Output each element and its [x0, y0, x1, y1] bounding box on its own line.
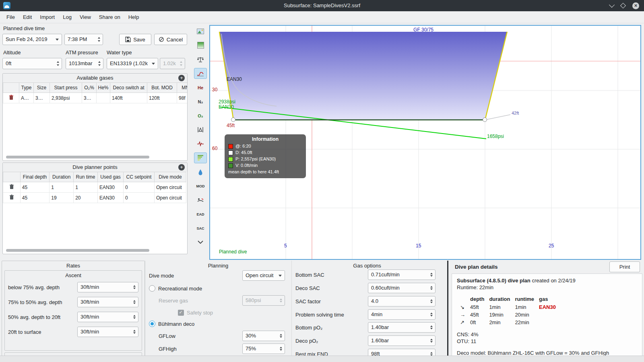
delete-point-button[interactable] — [3, 193, 21, 203]
best-mix-end-spinner[interactable]: 98ft — [368, 349, 436, 356]
dive-mode-combo[interactable]: Open circuit — [242, 270, 285, 281]
menu-log[interactable]: Log — [59, 12, 76, 22]
dive-date-combo[interactable]: Sun Feb 24, 2019 — [2, 34, 62, 45]
gases-col-type[interactable]: Type — [19, 83, 34, 93]
details-splitter-handle[interactable] — [447, 261, 448, 356]
profile-handle-right[interactable] — [483, 117, 487, 122]
tissues-graph-icon[interactable] — [194, 152, 207, 163]
point-duration-cell[interactable]: 19 — [50, 193, 74, 203]
menu-view[interactable]: View — [76, 12, 95, 22]
points-col-actions[interactable] — [3, 172, 21, 182]
points-col-final-depth[interactable]: Final depth — [20, 172, 50, 182]
gases-col-mnd[interactable]: MN — [177, 83, 188, 93]
gases-col-deco-switch[interactable]: Deco switch at — [110, 83, 147, 93]
menubar: File Edit Import Log View Share on Help — [0, 11, 644, 23]
dive-photos-icon[interactable] — [194, 26, 207, 37]
recreational-mode-radio[interactable] — [149, 285, 155, 292]
gases-col-actions[interactable] — [3, 83, 19, 93]
point-setpoint-cell[interactable]: 0 — [124, 182, 155, 193]
gases-col-he[interactable]: He% — [97, 83, 110, 93]
point-runtime-cell[interactable]: 20 — [74, 193, 98, 203]
problem-solving-time-spinner[interactable]: 4min — [368, 309, 436, 320]
ceiling-icon[interactable] — [194, 124, 207, 135]
point-divemode-cell[interactable]: Open circuit — [154, 193, 186, 203]
points-col-cc-setpoint[interactable]: CC setpoint — [124, 172, 155, 182]
points-col-duration[interactable]: Duration — [50, 172, 74, 182]
deco-po2-spinner[interactable]: 1.60bar — [368, 335, 436, 346]
cancel-button[interactable]: Cancel — [154, 34, 187, 45]
point-runtime-cell[interactable]: 1 — [74, 182, 98, 193]
water-type-combo[interactable]: EN13319 (1.02k — [107, 58, 158, 69]
buhlmann-deco-radio[interactable] — [149, 321, 155, 327]
dive-time-spinner[interactable]: 7:38 PM — [64, 34, 103, 45]
scale-icon[interactable] — [194, 54, 207, 65]
sac-factor-spinner[interactable]: 4.0 — [368, 296, 436, 306]
shade-window-icon[interactable] — [609, 2, 615, 8]
point-gas-cell[interactable]: EAN30 — [97, 182, 123, 193]
point-gas-cell[interactable]: EAN30 — [97, 193, 123, 203]
gas-bar-icon[interactable] — [194, 40, 207, 51]
gflow-spinner[interactable]: 30% — [242, 331, 285, 341]
point-divemode-cell[interactable]: Open circuit — [154, 182, 186, 193]
profile-handle-left[interactable] — [231, 117, 235, 122]
menu-import[interactable]: Import — [36, 12, 59, 22]
titlebar[interactable]: Subsurface: SampleDivesV2.ssrf — [0, 0, 644, 11]
gas-size-cell[interactable]: 3… — [34, 93, 50, 103]
gas-bot-mod-cell[interactable]: 120ft — [147, 93, 177, 103]
bottom-sac-spinner[interactable]: 0.71cuft/min — [368, 269, 436, 280]
menu-file[interactable]: File — [2, 12, 19, 22]
heart-rate-icon[interactable] — [194, 138, 207, 149]
gas-density-icon[interactable] — [194, 167, 207, 177]
point-duration-cell[interactable]: 1 — [50, 182, 74, 193]
sac-icon[interactable]: SAC — [194, 223, 207, 234]
save-button[interactable]: Save — [119, 34, 151, 45]
mod-icon[interactable]: MOD — [194, 181, 207, 191]
bottom-po2-spinner[interactable]: 1.40bar — [368, 322, 436, 333]
gas-start-press-cell[interactable]: 2,938psi — [50, 93, 82, 103]
o2-graph-icon[interactable]: O₂ — [194, 110, 207, 121]
maximize-window-icon[interactable] — [620, 3, 626, 8]
gas-o2-cell[interactable]: 3… — [82, 93, 97, 103]
ead-icon[interactable]: EAD — [194, 209, 207, 220]
altitude-spinner[interactable]: 0ft — [2, 58, 62, 69]
point-depth-cell[interactable]: 45 — [20, 193, 50, 203]
delete-gas-button[interactable] — [3, 93, 19, 103]
gfhigh-spinner[interactable]: 75% — [242, 343, 285, 354]
point-depth-cell[interactable]: 45 — [20, 182, 50, 193]
gases-hscrollbar[interactable] — [6, 156, 149, 158]
po2-graph-icon[interactable] — [194, 68, 207, 79]
deco-sac-spinner[interactable]: 0.60cuft/min — [368, 283, 436, 293]
menu-share-on[interactable]: Share on — [95, 12, 124, 22]
n2-graph-icon[interactable]: N₂ — [194, 96, 207, 107]
gas-he-cell[interactable] — [97, 93, 110, 103]
collapse-toolbar-chevron-icon[interactable] — [194, 237, 207, 248]
add-point-button[interactable] — [178, 164, 185, 171]
ascent-rate-75-spinner[interactable]: 30ft/min — [77, 282, 138, 292]
points-col-used-gas[interactable]: Used gas — [97, 172, 123, 182]
ascent-rate-surface-spinner[interactable]: 30ft/min — [77, 327, 138, 337]
points-col-run-time[interactable]: Run time — [74, 172, 98, 182]
points-hscrollbar[interactable] — [6, 249, 149, 252]
gas-mnd-cell[interactable]: 98f — [177, 93, 188, 103]
print-button[interactable]: Print — [609, 261, 640, 272]
dive-profile-chart[interactable]: GF 30/75 EAN30 2938psi EAN30 45ft 42ft 1… — [209, 25, 641, 260]
ascent-rate-50-spinner[interactable]: 30ft/min — [77, 297, 138, 307]
add-gas-button[interactable] — [178, 75, 185, 81]
menu-edit[interactable]: Edit — [19, 12, 36, 22]
gases-col-size[interactable]: Size — [34, 83, 50, 93]
ascent-rate-20ft-spinner[interactable]: 30ft/min — [77, 312, 138, 322]
atm-pressure-spinner[interactable]: 1013mbar — [66, 58, 103, 69]
close-window-icon[interactable] — [632, 2, 639, 9]
point-setpoint-cell[interactable]: 0 — [124, 193, 155, 203]
gases-col-start-press[interactable]: Start press — [50, 83, 82, 93]
gas-deco-switch-cell[interactable]: 140ft — [110, 93, 147, 103]
gases-col-o2[interactable]: O₂% — [82, 83, 97, 93]
gas-type-cell[interactable]: A… — [19, 93, 34, 103]
points-col-dive-mode[interactable]: Dive mode — [154, 172, 186, 182]
profile-info-tooltip[interactable]: Information @: 6:20 D: 45.0ft P: 2,557ps… — [225, 134, 306, 178]
he-graph-icon[interactable]: He — [194, 82, 207, 93]
gases-col-bot-mod[interactable]: Bot. MOD — [147, 83, 177, 93]
menu-help[interactable]: Help — [124, 12, 143, 22]
delete-point-button[interactable] — [3, 182, 21, 193]
diver-icon[interactable] — [194, 195, 207, 206]
